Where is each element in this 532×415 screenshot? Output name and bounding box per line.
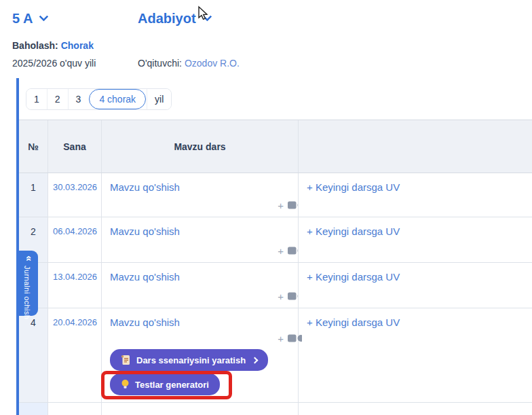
lightbulb-icon: [121, 379, 130, 390]
teacher-line: O'qituvchi:Ozodov R.O.: [138, 58, 240, 69]
table-row: [19, 403, 532, 415]
open-journal-label: Jurnalni ochish: [23, 266, 31, 319]
tab-year[interactable]: yil: [147, 89, 171, 109]
journal-panel: 1 2 3 4 chorak yil № Sana Mavzu dars 1 3…: [16, 78, 532, 415]
lesson-date-link[interactable]: 30.03.2026: [48, 173, 97, 192]
tab-quarter-2[interactable]: 2: [47, 89, 68, 109]
lesson-date-link[interactable]: 20.04.2026: [48, 308, 97, 327]
next-lesson-uv-link[interactable]: + Keyingi darsga UV: [299, 173, 400, 193]
table-row: 3 13.04.2026 Mavzu qo'shish + Keyingi da…: [19, 263, 532, 308]
col-header-topic: Mavzu dars: [102, 120, 299, 173]
chevron-down-icon: [39, 12, 49, 21]
table-row: 2 06.04.2026 Mavzu qo'shish + Keyingi da…: [19, 217, 532, 263]
subject-selector[interactable]: Adabiyot: [138, 11, 210, 26]
col-header-actions: [299, 120, 532, 173]
add-topic-link[interactable]: Mavzu qo'shish: [102, 308, 180, 328]
scroll-icon: [121, 355, 131, 365]
create-lesson-scenario-label: Dars ssenariysini yaratish: [136, 355, 246, 365]
lesson-number: 2: [19, 217, 48, 237]
subject-selector-label: Adabiyot: [138, 11, 196, 26]
next-lesson-uv-link[interactable]: + Keyingi darsga UV: [299, 263, 400, 283]
tests-generator-label: Testlar generatori: [135, 380, 209, 390]
double-chevron-up-icon: [22, 255, 33, 261]
lesson-date-link[interactable]: 06.04.2026: [48, 217, 97, 236]
table-row: 4 20.04.2026 Mavzu qo'shish: [19, 308, 532, 403]
lesson-number: 1: [19, 173, 48, 193]
plus-icon[interactable]: [278, 246, 284, 256]
col-header-number: №: [19, 120, 48, 173]
create-lesson-scenario-button[interactable]: Dars ssenariysini yaratish: [110, 349, 268, 371]
video-camera-icon[interactable]: [285, 291, 299, 302]
plus-icon[interactable]: [278, 200, 284, 211]
period-tabs: 1 2 3 4 chorak yil: [26, 88, 172, 110]
grading-mode: Baholash:Chorak: [12, 40, 94, 51]
add-topic-link[interactable]: Mavzu qo'shish: [102, 217, 180, 237]
tab-quarter-3[interactable]: 3: [68, 89, 89, 109]
grading-value: Chorak: [61, 40, 94, 51]
chevron-right-icon: [252, 357, 259, 363]
plus-icon[interactable]: [278, 291, 284, 302]
table-header-row: № Sana Mavzu dars: [19, 120, 532, 173]
add-topic-link[interactable]: Mavzu qo'shish: [102, 263, 180, 283]
class-selector-label: 5 A: [12, 11, 33, 26]
chevron-down-icon: [202, 12, 212, 21]
plus-icon[interactable]: [278, 333, 284, 344]
video-camera-icon[interactable]: [285, 200, 299, 211]
table-row: 1 30.03.2026 Mavzu qo'shish + Keyingi da…: [19, 173, 532, 217]
video-camera-icon[interactable]: [285, 245, 299, 256]
journal-page: 5 A Adabiyot Baholash:Chorak 2025/2026 o…: [0, 0, 532, 415]
lesson-date-link[interactable]: 13.04.2026: [48, 263, 97, 282]
next-lesson-uv-link[interactable]: + Keyingi darsga UV: [299, 217, 400, 237]
open-journal-side-tab[interactable]: Jurnalni ochish: [16, 251, 38, 316]
teacher-link[interactable]: Ozodov R.O.: [185, 58, 240, 69]
lessons-table: № Sana Mavzu dars 1 30.03.2026 Mavzu qo'…: [19, 120, 532, 415]
class-selector[interactable]: 5 A: [12, 11, 46, 26]
tab-quarter-1[interactable]: 1: [26, 89, 47, 109]
tab-quarter-4-selected[interactable]: 4 chorak: [89, 89, 146, 109]
grading-label: Baholash:: [12, 40, 58, 51]
next-lesson-uv-link[interactable]: + Keyingi darsga UV: [299, 308, 400, 328]
col-header-date: Sana: [48, 120, 102, 173]
add-topic-link[interactable]: Mavzu qo'shish: [102, 173, 180, 193]
school-year: 2025/2026 o'quv yili: [12, 58, 96, 69]
teacher-label: O'qituvchi:: [138, 58, 182, 69]
tests-generator-button[interactable]: Testlar generatori: [110, 374, 220, 395]
